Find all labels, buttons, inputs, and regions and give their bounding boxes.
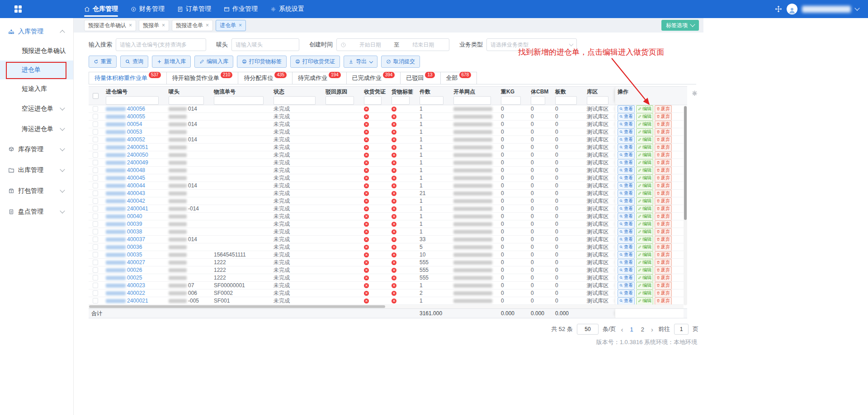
entry-code-link[interactable]: 00040 bbox=[127, 213, 142, 219]
row-edit-button[interactable]: 编辑 bbox=[636, 113, 653, 120]
row-view-button[interactable]: 查看 bbox=[618, 128, 635, 135]
row-edit-button[interactable]: 编辑 bbox=[636, 167, 653, 174]
row-edit-button[interactable]: 编辑 bbox=[636, 197, 653, 205]
edit-inbound-button[interactable]: 编辑入库 bbox=[194, 56, 233, 68]
row-checkbox[interactable] bbox=[93, 198, 98, 204]
row-checkbox[interactable] bbox=[93, 244, 98, 250]
row-discard-button[interactable]: 废弃 bbox=[655, 121, 672, 128]
row-discard-button[interactable]: 废弃 bbox=[655, 243, 672, 251]
row-view-button[interactable]: 查看 bbox=[618, 174, 635, 182]
entry-code-link[interactable]: 00025 bbox=[127, 275, 142, 281]
row-checkbox[interactable] bbox=[93, 275, 98, 280]
row-checkbox[interactable] bbox=[93, 160, 98, 165]
tab-forecast-inbound[interactable]: 预报进仓单 × bbox=[172, 20, 213, 31]
row-edit-button[interactable]: 编辑 bbox=[636, 297, 653, 304]
row-discard-button[interactable]: 废弃 bbox=[655, 220, 672, 228]
row-discard-button[interactable]: 废弃 bbox=[655, 182, 672, 189]
row-view-button[interactable]: 查看 bbox=[618, 213, 635, 220]
row-edit-button[interactable]: 编辑 bbox=[636, 128, 653, 135]
row-discard-button[interactable]: 废弃 bbox=[655, 144, 672, 151]
row-discard-button[interactable]: 废弃 bbox=[655, 274, 672, 281]
row-discard-button[interactable]: 废弃 bbox=[655, 297, 672, 304]
add-inbound-button[interactable]: 新增入库 bbox=[152, 56, 191, 68]
chevron-down-icon[interactable] bbox=[854, 5, 859, 10]
row-view-button[interactable]: 查看 bbox=[618, 182, 635, 189]
row-edit-button[interactable]: 编辑 bbox=[636, 174, 653, 182]
row-view-button[interactable]: 查看 bbox=[618, 289, 635, 297]
row-discard-button[interactable]: 废弃 bbox=[655, 128, 672, 135]
column-filter-input[interactable] bbox=[531, 96, 545, 105]
entry-code-link[interactable]: 400044 bbox=[127, 182, 145, 189]
row-edit-button[interactable]: 编辑 bbox=[636, 259, 653, 266]
column-filter-input[interactable] bbox=[392, 96, 410, 105]
status-tab-done[interactable]: 已完成作业394 bbox=[346, 72, 401, 84]
prev-page-button[interactable]: ‹ bbox=[620, 326, 624, 333]
cancel-submit-button[interactable]: 取消提交 bbox=[381, 56, 420, 68]
horizontal-scrollbar-thumb[interactable] bbox=[89, 305, 385, 308]
status-tab-pending[interactable]: 待完成作业194 bbox=[292, 72, 347, 84]
entry-code-link[interactable]: 00053 bbox=[127, 129, 142, 135]
entry-code-link[interactable]: 2400049 bbox=[127, 159, 148, 166]
row-view-button[interactable]: 查看 bbox=[618, 243, 635, 251]
row-view-button[interactable]: 查看 bbox=[618, 136, 635, 143]
entry-code-link[interactable]: 00036 bbox=[127, 244, 142, 250]
row-checkbox[interactable] bbox=[93, 145, 98, 150]
row-view-button[interactable]: 查看 bbox=[618, 190, 635, 197]
row-edit-button[interactable]: 编辑 bbox=[636, 151, 653, 159]
sidebar-group-packing[interactable]: 打包管理 bbox=[0, 181, 73, 201]
row-view-button[interactable]: 查看 bbox=[618, 151, 635, 159]
column-filter-input[interactable] bbox=[106, 96, 159, 105]
row-edit-button[interactable]: 编辑 bbox=[636, 144, 653, 151]
row-view-button[interactable]: 查看 bbox=[618, 274, 635, 281]
page-size-input[interactable] bbox=[577, 324, 599, 335]
entry-code-link[interactable]: 400055 bbox=[127, 113, 145, 120]
entry-code-link[interactable]: 00035 bbox=[127, 252, 142, 258]
row-checkbox[interactable] bbox=[93, 121, 98, 127]
row-edit-button[interactable]: 编辑 bbox=[636, 282, 653, 289]
entry-code-link[interactable]: 2400041 bbox=[127, 205, 148, 212]
row-view-button[interactable]: 查看 bbox=[618, 105, 635, 112]
status-tab-all[interactable]: 全部678 bbox=[440, 72, 477, 84]
avatar[interactable] bbox=[787, 4, 797, 14]
tab-inbound-order[interactable]: 进仓单 × bbox=[216, 20, 246, 31]
row-view-button[interactable]: 查看 bbox=[618, 205, 635, 212]
row-checkbox[interactable] bbox=[93, 252, 98, 257]
row-view-button[interactable]: 查看 bbox=[618, 236, 635, 243]
column-filter-input[interactable] bbox=[169, 96, 204, 105]
entry-code-link[interactable]: 2400021 bbox=[127, 298, 148, 304]
row-view-button[interactable]: 查看 bbox=[618, 228, 635, 235]
sidebar-item-air-inbound[interactable]: 空运进仓单 bbox=[0, 98, 73, 119]
tag-options-button[interactable]: 标签选项 bbox=[661, 20, 699, 31]
status-tab-measure[interactable]: 待量体积称重作业单537 bbox=[89, 72, 167, 84]
row-checkbox[interactable] bbox=[93, 221, 98, 227]
row-view-button[interactable]: 查看 bbox=[618, 259, 635, 266]
row-checkbox[interactable] bbox=[93, 283, 98, 288]
nav-item-warehouse[interactable]: 仓库管理 bbox=[78, 0, 124, 18]
entry-code-link[interactable]: 400023 bbox=[127, 282, 145, 289]
select-all-checkbox[interactable] bbox=[93, 93, 99, 99]
row-edit-button[interactable]: 编辑 bbox=[636, 205, 653, 212]
entry-code-link[interactable]: 400043 bbox=[127, 190, 145, 196]
column-filter-input[interactable] bbox=[214, 96, 264, 105]
row-checkbox[interactable] bbox=[93, 298, 98, 303]
search-input[interactable] bbox=[116, 38, 206, 51]
vertical-scrollbar[interactable] bbox=[684, 106, 687, 305]
row-checkbox[interactable] bbox=[93, 237, 98, 242]
sidebar-group-stocktake[interactable]: 盘点管理 bbox=[0, 201, 73, 222]
row-checkbox[interactable] bbox=[93, 129, 98, 135]
row-edit-button[interactable]: 编辑 bbox=[636, 213, 653, 220]
export-button[interactable]: 导出 bbox=[344, 56, 377, 68]
row-edit-button[interactable]: 编辑 bbox=[636, 274, 653, 281]
move-icon[interactable] bbox=[775, 5, 782, 13]
goto-page-input[interactable] bbox=[674, 324, 689, 335]
print-goods-label-button[interactable]: 打印货物标签 bbox=[237, 56, 287, 68]
row-edit-button[interactable]: 编辑 bbox=[636, 220, 653, 228]
next-page-button[interactable]: › bbox=[650, 326, 654, 333]
row-view-button[interactable]: 查看 bbox=[618, 113, 635, 120]
row-checkbox[interactable] bbox=[93, 152, 98, 158]
row-checkbox[interactable] bbox=[93, 137, 98, 142]
reset-button[interactable]: 重置 bbox=[89, 56, 117, 68]
entry-code-link[interactable]: 400042 bbox=[127, 198, 145, 204]
entry-code-link[interactable]: 400056 bbox=[127, 106, 145, 112]
row-edit-button[interactable]: 编辑 bbox=[636, 228, 653, 235]
